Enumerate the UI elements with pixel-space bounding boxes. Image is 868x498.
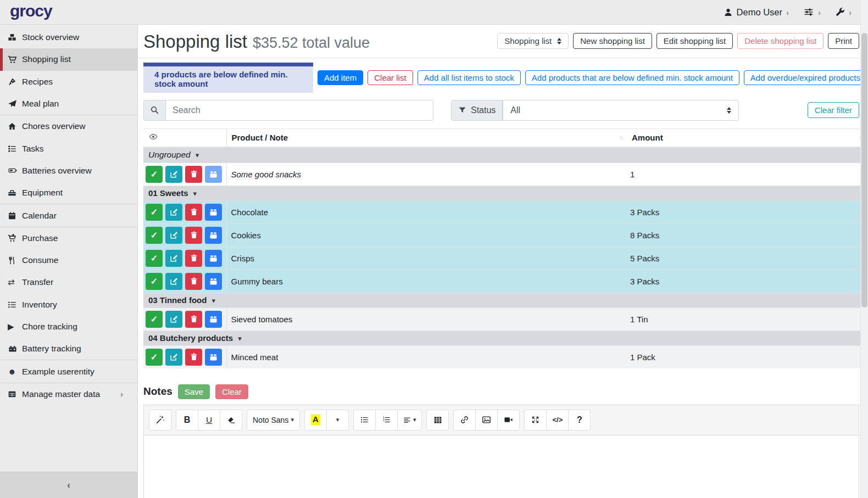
product-group-header[interactable]: Ungrouped▾ — [143, 147, 867, 163]
edit-item-button[interactable] — [165, 273, 182, 290]
sidebar-item-inventory[interactable]: Inventory — [0, 294, 137, 316]
edit-icon — [169, 352, 179, 362]
status-filter-group: Status All — [451, 100, 739, 121]
shopping-list-select[interactable]: Shopping list — [497, 33, 569, 49]
sidebar-item-purchase[interactable]: Purchase — [0, 227, 137, 249]
delete-item-button[interactable] — [185, 273, 202, 290]
done-button[interactable]: ✓ — [146, 204, 163, 221]
box-icon — [209, 352, 218, 362]
product-overview-button[interactable] — [205, 204, 222, 221]
check-icon: ✓ — [151, 314, 158, 324]
new-shopping-list-button[interactable]: New shopping list — [573, 33, 652, 49]
delete-item-button[interactable] — [185, 311, 202, 328]
product-overview-button[interactable] — [205, 349, 222, 366]
scrollbar-thumb[interactable] — [861, 33, 867, 307]
product-group-header[interactable]: 01 Sweets▾ — [143, 186, 867, 200]
fullscreen-button[interactable] — [524, 410, 547, 430]
sidebar-item-stock-overview[interactable]: Stock overview — [0, 26, 137, 48]
sidebar-item-manage-master-data[interactable]: Manage master data› — [0, 383, 137, 405]
sidebar-item-batteries-overview[interactable]: Batteries overview — [0, 160, 137, 182]
user-menu[interactable]: Demo User › — [724, 7, 789, 18]
edit-item-button[interactable] — [165, 166, 182, 183]
done-button[interactable]: ✓ — [146, 250, 163, 267]
edit-shopping-list-button[interactable]: Edit shopping list — [656, 33, 733, 49]
add-below-min-button[interactable]: Add products that are below defined min.… — [525, 70, 739, 85]
amount-column-header[interactable]: Amount↑↓ — [627, 128, 867, 147]
edit-item-button[interactable] — [165, 227, 182, 244]
clear-filter-button[interactable]: Clear filter — [808, 102, 859, 118]
sidebar-item-example-userentity[interactable]: ☻Example userentity — [0, 360, 137, 382]
magic-wand-button[interactable] — [149, 410, 171, 430]
done-button[interactable]: ✓ — [146, 227, 163, 244]
done-button[interactable]: ✓ — [146, 311, 163, 328]
bold-button[interactable]: B — [176, 410, 198, 430]
add-overdue-button[interactable]: Add overdue/expired products — [744, 70, 867, 85]
list-ul-button[interactable] — [353, 410, 376, 430]
product-group-header[interactable]: 04 Butchery products▾ — [143, 331, 867, 345]
paragraph-button[interactable]: ▾ — [397, 410, 422, 430]
sidebar-item-chores-overview[interactable]: Chores overview — [0, 115, 137, 137]
sidebar-collapse-button[interactable]: ‹ — [0, 472, 137, 498]
edit-item-button[interactable] — [165, 311, 182, 328]
help-button[interactable]: ? — [568, 410, 591, 430]
add-item-button[interactable]: Add item — [318, 70, 363, 85]
table-grid-button[interactable] — [426, 410, 449, 430]
underline-button[interactable]: U — [198, 410, 220, 430]
sidebar-item-transfer[interactable]: ⇄Transfer — [0, 271, 137, 293]
done-button[interactable]: ✓ — [146, 273, 163, 290]
product-overview-button[interactable] — [205, 166, 222, 183]
edit-item-button[interactable] — [165, 204, 182, 221]
product-column-header[interactable]: Product / Note↑↓ — [226, 128, 627, 147]
product-overview-button[interactable] — [205, 311, 222, 328]
clear-notes-button[interactable]: Clear — [215, 384, 248, 399]
image-button[interactable] — [475, 410, 498, 430]
sidebar-item-tasks[interactable]: Tasks — [0, 137, 137, 159]
edit-item-button[interactable] — [165, 349, 182, 366]
edit-item-button[interactable] — [165, 250, 182, 267]
below-min-stock-banner[interactable]: 4 products are below defined min. stock … — [143, 63, 313, 93]
box-icon — [209, 231, 218, 240]
product-group-header[interactable]: 03 Tinned food▾ — [143, 293, 867, 307]
delete-item-button[interactable] — [185, 227, 202, 244]
page-scrollbar[interactable] — [860, 0, 868, 498]
delete-shopping-list-button[interactable]: Delete shopping list — [737, 33, 824, 49]
eraser-button[interactable] — [220, 410, 242, 430]
list-ol-button[interactable]: 12 — [375, 410, 398, 430]
product-overview-button[interactable] — [205, 227, 222, 244]
font-color-button[interactable]: A — [304, 410, 327, 430]
product-overview-button[interactable] — [205, 273, 222, 290]
link-icon — [460, 415, 469, 424]
done-button[interactable]: ✓ — [146, 349, 163, 366]
code-button[interactable]: </> — [546, 410, 569, 430]
product-overview-button[interactable] — [205, 250, 222, 267]
amount-value: 5 Packs — [627, 247, 867, 270]
add-all-to-stock-button[interactable]: Add all list items to stock — [418, 70, 521, 85]
delete-item-button[interactable] — [185, 204, 202, 221]
settings-menu[interactable]: › — [803, 7, 821, 17]
status-filter-select[interactable]: All — [503, 100, 739, 121]
editor-content[interactable] — [144, 435, 859, 498]
video-button[interactable] — [497, 410, 520, 430]
sidebar-item-meal-plan[interactable]: Meal plan — [0, 93, 137, 115]
sidebar-item-shopping-list[interactable]: Shopping list — [0, 48, 137, 70]
sidebar-item-equipment[interactable]: Equipment — [0, 182, 137, 204]
delete-item-button[interactable] — [185, 166, 202, 183]
save-notes-button[interactable]: Save — [178, 384, 210, 399]
link-button[interactable] — [453, 410, 476, 430]
font-family-select[interactable]: Noto Sans▾ — [247, 410, 300, 430]
clear-list-button[interactable]: Clear list — [368, 70, 413, 85]
done-button[interactable]: ✓ — [146, 166, 163, 183]
delete-item-button[interactable] — [185, 250, 202, 267]
paragraph-icon — [403, 416, 411, 424]
delete-item-button[interactable] — [185, 349, 202, 366]
sidebar-item-battery-tracking[interactable]: Battery tracking — [0, 338, 137, 360]
sidebar-item-recipes[interactable]: Recipes — [0, 71, 137, 93]
sidebar-item-calendar[interactable]: Calendar — [0, 204, 137, 226]
admin-menu[interactable]: › — [835, 7, 852, 17]
search-input[interactable] — [166, 100, 433, 121]
caret-down-button[interactable]: ▾ — [326, 410, 349, 430]
print-button[interactable]: Print — [828, 33, 859, 49]
visibility-column-header[interactable] — [143, 128, 226, 147]
sidebar-item-consume[interactable]: Consume — [0, 249, 137, 271]
sidebar-item-chore-tracking[interactable]: ▶Chore tracking — [0, 316, 137, 338]
